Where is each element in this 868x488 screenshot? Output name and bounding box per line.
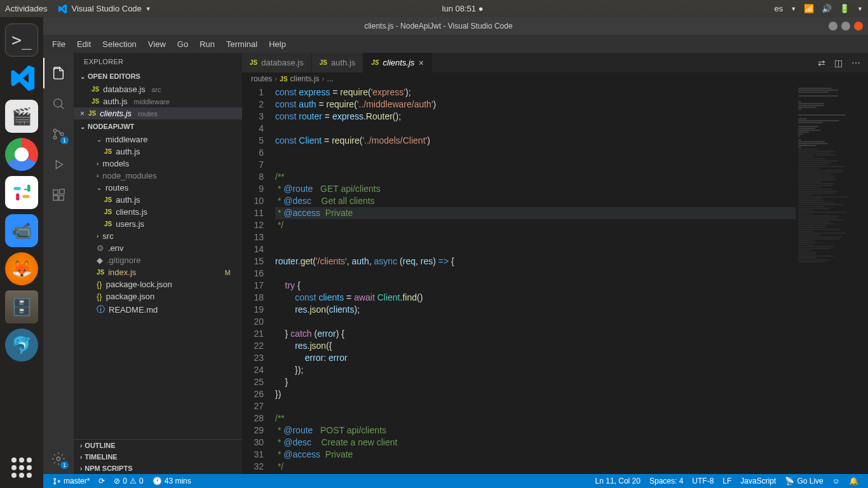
- close-button[interactable]: [854, 22, 863, 30]
- file-env[interactable]: ⚙.env: [74, 242, 242, 254]
- tab-database[interactable]: JSdatabase.js: [242, 53, 312, 72]
- minimap[interactable]: [796, 85, 865, 474]
- keyboard-lang[interactable]: es: [774, 4, 783, 13]
- activity-bar: 1 1: [43, 53, 74, 474]
- activity-extensions[interactable]: [43, 180, 74, 210]
- status-branch[interactable]: master*: [48, 477, 94, 485]
- open-editor-auth[interactable]: JSauth.jsmiddleware: [74, 95, 242, 107]
- svg-rect-7: [60, 189, 64, 194]
- status-encoding[interactable]: UTF-8: [688, 477, 718, 485]
- open-editor-clients[interactable]: ×JSclients.jsroutes: [74, 107, 242, 119]
- caret-down-icon: ▼: [146, 6, 151, 12]
- folder-node-modules[interactable]: ›node_modules: [74, 170, 242, 182]
- activities-button[interactable]: Actividades: [5, 4, 47, 13]
- dock-firefox[interactable]: 🦊: [5, 252, 38, 285]
- compare-changes-icon[interactable]: ⇄: [818, 58, 825, 68]
- status-bar: master* ⟳ ⊘ 0 ⚠ 0 🕐 43 mins Ln 11, Col 2…: [43, 474, 868, 488]
- outline-header[interactable]: ›OUTLINE: [74, 440, 242, 451]
- code-editor[interactable]: 1234567891011121314151617181920212223242…: [242, 85, 868, 474]
- dock-zoom[interactable]: 📹: [5, 214, 38, 247]
- project-header[interactable]: ⌄NODEAPIJWT: [74, 121, 242, 132]
- svg-point-3: [60, 133, 64, 136]
- status-language[interactable]: JavaScript: [736, 477, 780, 485]
- open-editors-header[interactable]: ⌄OPEN EDITORS: [74, 71, 242, 82]
- status-spaces[interactable]: Spaces: 4: [645, 477, 688, 485]
- dock-terminal[interactable]: >_: [5, 24, 38, 57]
- menu-file[interactable]: File: [47, 37, 71, 51]
- wifi-icon[interactable]: 📶: [804, 4, 814, 13]
- status-cursor[interactable]: Ln 11, Col 20: [591, 477, 645, 485]
- menu-view[interactable]: View: [143, 37, 171, 51]
- dock-vscode[interactable]: [5, 62, 38, 95]
- svg-point-8: [57, 457, 60, 461]
- activity-scm[interactable]: 1: [43, 119, 74, 149]
- menu-go[interactable]: Go: [172, 37, 193, 51]
- menu-terminal[interactable]: Terminal: [221, 37, 262, 51]
- activity-search[interactable]: [43, 88, 74, 119]
- timeline-header[interactable]: ›TIMELINE: [74, 451, 242, 463]
- split-editor-icon[interactable]: ◫: [834, 58, 843, 68]
- svg-point-9: [54, 478, 56, 480]
- file-index[interactable]: JSindex.jsM: [74, 266, 242, 278]
- app-menu[interactable]: Visual Studio Code ▼: [57, 4, 151, 14]
- window-title: clients.js - NodeApiJwt - Visual Studio …: [48, 22, 829, 30]
- clock[interactable]: lun 08:51 ●: [151, 4, 775, 13]
- open-editor-database[interactable]: JSdatabase.jssrc: [74, 83, 242, 95]
- explorer-title: EXPLORER: [74, 53, 242, 71]
- file-package[interactable]: {}package.json: [74, 290, 242, 302]
- activity-debug[interactable]: [43, 149, 74, 180]
- battery-icon[interactable]: 🔋: [839, 4, 850, 13]
- folder-src[interactable]: ›src: [74, 230, 242, 242]
- file-auth-middleware[interactable]: JSauth.js: [74, 146, 242, 158]
- minimize-button[interactable]: [829, 22, 837, 30]
- dock-slack[interactable]: [5, 176, 38, 209]
- editor-tabs: JSdatabase.js JSauth.js JSclients.js× ⇄ …: [242, 53, 868, 72]
- menu-edit[interactable]: Edit: [72, 37, 96, 51]
- maximize-button[interactable]: [841, 22, 850, 30]
- npm-scripts-header[interactable]: ›NPM SCRIPTS: [74, 463, 242, 474]
- activity-settings[interactable]: 1: [43, 444, 74, 474]
- status-eol[interactable]: LF: [718, 477, 736, 485]
- file-clients-route[interactable]: JSclients.js: [74, 206, 242, 218]
- vscode-window: clients.js - NodeApiJwt - Visual Studio …: [43, 17, 868, 488]
- editor-area: JSdatabase.js JSauth.js JSclients.js× ⇄ …: [242, 53, 868, 474]
- menubar: FileEditSelectionViewGoRunTerminalHelp: [43, 35, 868, 53]
- dock-show-apps[interactable]: [9, 455, 34, 480]
- svg-point-10: [54, 482, 56, 484]
- svg-point-0: [54, 99, 62, 107]
- svg-rect-6: [59, 196, 64, 200]
- file-gitignore[interactable]: ◆.gitignore: [74, 254, 242, 266]
- volume-icon[interactable]: 🔊: [822, 4, 832, 13]
- dock-mysql[interactable]: 🐬: [5, 329, 38, 362]
- breadcrumbs[interactable]: routes› JSclients.js› ...: [242, 72, 868, 85]
- file-package-lock[interactable]: {}package-lock.json: [74, 278, 242, 290]
- status-sync[interactable]: ⟳: [94, 477, 109, 485]
- folder-routes[interactable]: ⌄routes: [74, 182, 242, 194]
- system-menu[interactable]: ▼: [857, 6, 863, 12]
- tab-clients[interactable]: JSclients.js×: [363, 53, 431, 72]
- status-golive[interactable]: 📡 Go Live: [780, 477, 827, 485]
- explorer-sidebar: EXPLORER ⌄OPEN EDITORS JSdatabase.jssrc …: [74, 53, 242, 474]
- folder-models[interactable]: ›models: [74, 158, 242, 170]
- close-tab-icon[interactable]: ×: [418, 58, 423, 68]
- close-icon[interactable]: ×: [80, 109, 85, 118]
- folder-middleware[interactable]: ⌄middleware: [74, 133, 242, 146]
- tab-auth[interactable]: JSauth.js: [312, 53, 364, 72]
- menu-run[interactable]: Run: [194, 37, 220, 51]
- file-users-route[interactable]: JSusers.js: [74, 218, 242, 230]
- dock-files[interactable]: 🗄️: [5, 290, 38, 323]
- dock-video-editor[interactable]: 🎬: [5, 100, 38, 133]
- more-actions-icon[interactable]: ⋯: [851, 58, 860, 68]
- status-wakatime[interactable]: 🕐 43 mins: [148, 477, 196, 485]
- svg-rect-5: [53, 196, 58, 200]
- file-readme[interactable]: ⓘREADME.md: [74, 302, 242, 316]
- menu-selection[interactable]: Selection: [97, 37, 141, 51]
- file-auth-route[interactable]: JSauth.js: [74, 194, 242, 206]
- status-problems[interactable]: ⊘ 0 ⚠ 0: [109, 477, 147, 485]
- status-bell[interactable]: 🔔: [844, 477, 863, 485]
- activity-explorer[interactable]: [43, 58, 74, 88]
- status-feedback[interactable]: ☺: [828, 477, 844, 485]
- svg-point-11: [58, 480, 60, 482]
- dock-chrome[interactable]: [5, 138, 38, 171]
- menu-help[interactable]: Help: [264, 37, 291, 51]
